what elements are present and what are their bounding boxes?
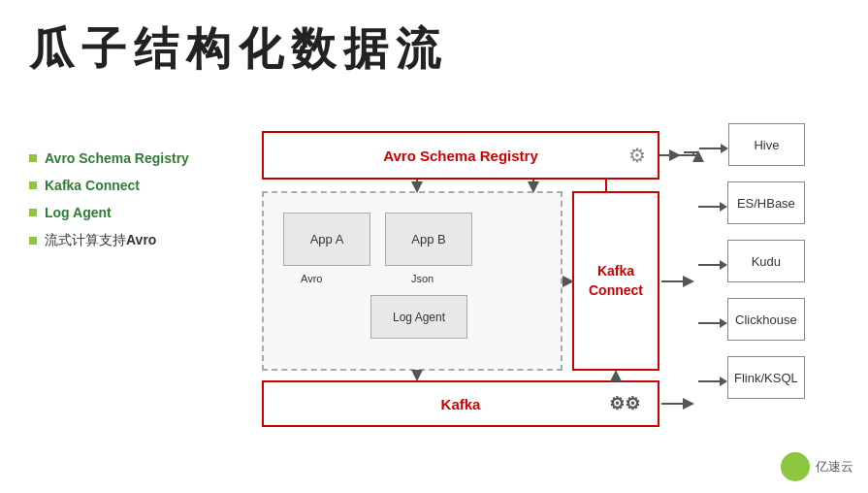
app-b-box: App B	[385, 213, 472, 266]
list-item: Avro Schema Registry	[29, 150, 189, 166]
kafka-icon: ⚙⚙	[609, 393, 640, 414]
avro-label-a: Avro	[301, 273, 322, 284]
list-item: 流式计算支持Avro	[29, 232, 189, 249]
flink-ksql-box: Flink/KSQL	[727, 356, 805, 399]
hive-box: Hive	[728, 123, 805, 166]
inner-dashed-box: App A App B Avro Json Log Agent	[262, 191, 563, 371]
watermark-text: 亿速云	[816, 458, 853, 476]
bullet-icon	[29, 237, 37, 245]
log-agent-box: Log Agent	[370, 295, 467, 339]
bullet-icon	[29, 154, 37, 162]
watermark: 亿速云	[781, 452, 853, 481]
kudu-label: Kudu	[752, 254, 781, 269]
app-a-box: App A	[283, 213, 370, 266]
kafka-connect-label: KafkaConnect	[589, 262, 643, 300]
clickhouse-box: Clickhouse	[727, 298, 805, 341]
hive-label: Hive	[754, 138, 779, 152]
kafka-connect-box: KafkaConnect	[572, 191, 659, 371]
schema-registry-label: Avro Schema Registry	[383, 148, 538, 164]
right-destination-boxes: Hive ES/HBase Kudu C	[698, 123, 805, 414]
slide: 瓜子结构化数据流 Avro Schema Registry Kafka Conn…	[0, 0, 868, 493]
architecture-diagram: Avro Schema Registry ⚙ App A App B Avro …	[262, 131, 824, 417]
eshbase-box: ES/HBase	[727, 181, 805, 224]
watermark-logo	[781, 452, 810, 481]
json-label-b: Json	[411, 273, 434, 284]
bullet-list: Avro Schema Registry Kafka Connect Log A…	[29, 150, 189, 261]
gear-icon: ⚙	[628, 144, 646, 167]
schema-registry-box: Avro Schema Registry ⚙	[262, 131, 659, 180]
kudu-box: Kudu	[727, 240, 805, 282]
bullet-text: Avro Schema Registry	[45, 150, 189, 166]
app-a-label: App A	[310, 232, 344, 246]
bullet-icon	[29, 209, 37, 216]
app-b-label: App B	[411, 232, 445, 246]
eshbase-label: ES/HBase	[737, 196, 795, 211]
flink-ksql-label: Flink/KSQL	[734, 371, 798, 385]
bullet-icon	[29, 181, 37, 189]
log-agent-label: Log Agent	[393, 311, 445, 324]
page-title: 瓜子结构化数据流	[29, 19, 839, 80]
clickhouse-label: Clickhouse	[735, 312, 797, 327]
kafka-label: Kafka	[441, 396, 481, 412]
list-item: Log Agent	[29, 205, 189, 220]
list-item: Kafka Connect	[29, 178, 189, 193]
bullet-text: Log Agent	[45, 205, 112, 220]
bullet-text: 流式计算支持Avro	[45, 232, 156, 249]
kafka-box: Kafka ⚙⚙	[262, 380, 659, 427]
bullet-text: Kafka Connect	[45, 178, 140, 193]
